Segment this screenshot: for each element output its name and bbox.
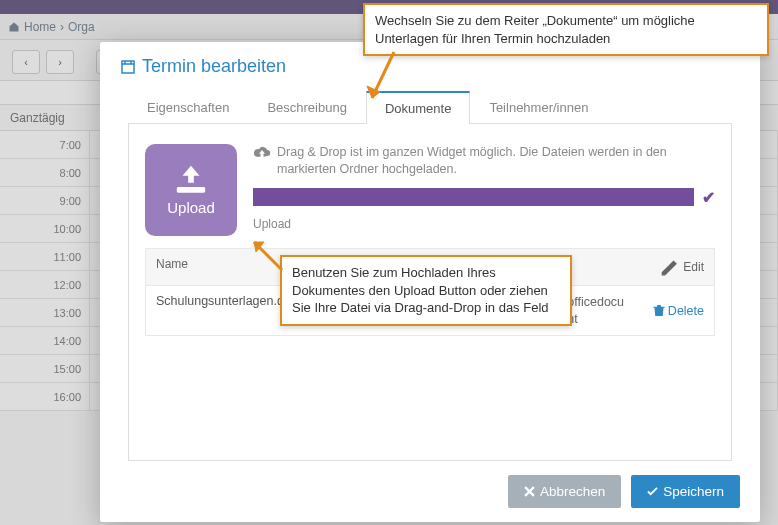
upload-icon [174, 165, 208, 195]
modal-tabs: Eigenschaften Beschreibung Dokumente Tei… [128, 91, 732, 124]
cancel-button[interactable]: Abbrechen [508, 475, 621, 508]
cloud-upload-icon [253, 146, 271, 160]
save-button[interactable]: Speichern [631, 475, 740, 508]
tab-properties[interactable]: Eigenschaften [128, 91, 248, 124]
upload-button[interactable]: Upload [145, 144, 237, 236]
calendar-icon [120, 59, 136, 75]
trash-icon [653, 304, 665, 317]
modal-footer: Abbrechen Speichern [120, 461, 740, 508]
col-edit[interactable]: Edit [650, 249, 714, 285]
check-icon [647, 486, 658, 497]
tab-participants[interactable]: Teilnehmer/innen [470, 91, 607, 124]
modal-title: Termin bearbeiten [120, 56, 740, 77]
callout-arrow-mid [246, 236, 286, 276]
upload-progress-bar [253, 188, 694, 206]
callout-documents-tab: Wechseln Sie zu dem Reiter „Dokumente“ u… [363, 3, 769, 56]
upload-sublabel: Upload [253, 217, 715, 231]
callout-upload: Benutzen Sie zum Hochladen Ihres Dokumen… [280, 255, 572, 326]
upload-complete-icon: ✔ [702, 188, 715, 207]
drag-drop-hint: Drag & Drop ist im ganzen Widget möglich… [253, 144, 715, 178]
svg-rect-0 [177, 187, 205, 193]
callout-arrow-top [364, 50, 404, 110]
pencil-icon [660, 257, 680, 277]
upload-button-label: Upload [167, 199, 215, 216]
delete-button[interactable]: Delete [643, 286, 714, 335]
tab-description[interactable]: Beschreibung [248, 91, 366, 124]
close-icon [524, 486, 535, 497]
